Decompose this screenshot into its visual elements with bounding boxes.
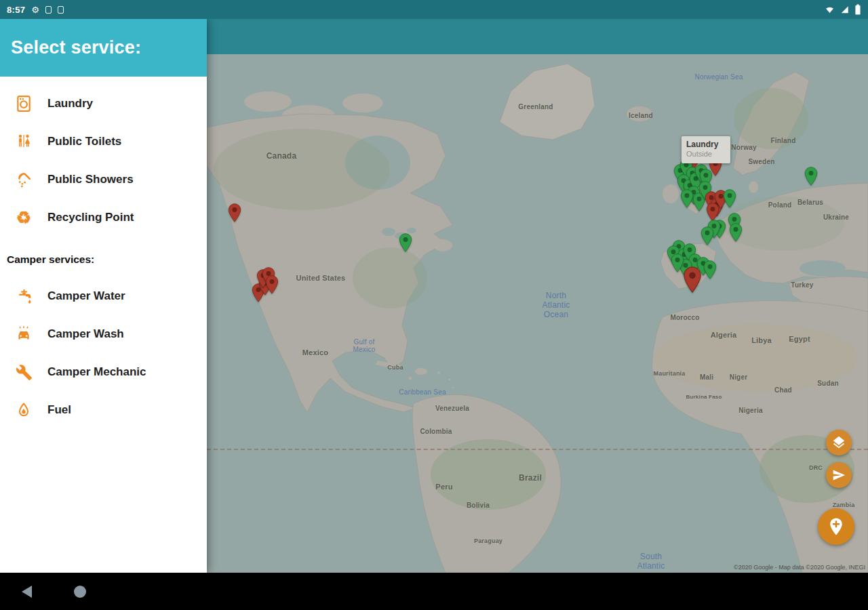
- sidebar-item-public-showers[interactable]: Public Showers: [0, 161, 207, 199]
- sidebar-item-laundry[interactable]: Laundry: [0, 85, 207, 123]
- map-marker-red[interactable]: [228, 203, 241, 222]
- info-window-subtitle: Outside: [686, 150, 726, 159]
- map-copyright: ©2020 Google - Map data ©2020 Google, IN…: [734, 564, 865, 571]
- camper-services-section-label: Camper services:: [0, 242, 207, 277]
- add-location-icon: [826, 516, 846, 537]
- sidebar-item-recycling-point[interactable]: ♻ Recycling Point: [0, 199, 207, 237]
- back-button[interactable]: [22, 586, 32, 598]
- map-marker-green[interactable]: [701, 226, 714, 245]
- map-marker-green[interactable]: [703, 260, 717, 279]
- info-window-title: Laundry: [686, 140, 726, 150]
- map-marker-green[interactable]: [671, 253, 684, 272]
- sidebar-item-label: Camper Mechanic: [47, 365, 146, 379]
- map-markers-layer: [207, 54, 868, 573]
- my-location-button[interactable]: [826, 462, 852, 488]
- sidebar-item-public-toilets[interactable]: Public Toilets: [0, 123, 207, 161]
- system-nav-bar: [0, 573, 868, 610]
- sidebar-item-fuel[interactable]: Fuel: [0, 391, 207, 429]
- sidebar-item-label: Camper Wash: [47, 327, 124, 341]
- sidebar-item-label: Laundry: [47, 97, 93, 110]
- status-time: 8:57: [7, 5, 25, 15]
- map-marker-red[interactable]: [683, 266, 702, 293]
- recycle-icon: ♻: [14, 207, 34, 228]
- mechanic-icon: [14, 362, 34, 382]
- map-marker-red[interactable]: [265, 275, 279, 294]
- map-marker-green[interactable]: [729, 223, 743, 242]
- marker-info-window[interactable]: Laundry Outside: [682, 136, 730, 163]
- map-marker-green[interactable]: [804, 167, 818, 186]
- water-tap-icon: [14, 286, 34, 306]
- sidebar-item-label: Public Showers: [47, 173, 134, 186]
- fuel-icon: [14, 400, 34, 420]
- notification-icon: [45, 6, 52, 14]
- notification-icon: [58, 6, 64, 14]
- sidebar-item-camper-mechanic[interactable]: Camper Mechanic: [0, 353, 207, 391]
- map-canvas[interactable]: Norwegian SeaNorth Atlantic OceanGulf of…: [207, 54, 868, 573]
- map-marker-green[interactable]: [399, 233, 412, 252]
- app-screen: 8:57 ⚙: [0, 0, 868, 610]
- navigation-drawer: Select service: Laundry: [0, 19, 207, 573]
- shower-icon: [14, 169, 34, 190]
- laundry-icon: [14, 94, 34, 114]
- navigation-arrow-icon: [832, 468, 846, 482]
- home-button[interactable]: [74, 586, 86, 598]
- drawer-list: Laundry Public Toile: [0, 77, 207, 429]
- sidebar-item-label: Recycling Point: [47, 211, 134, 224]
- sidebar-item-camper-wash[interactable]: Camper Wash: [0, 315, 207, 353]
- map-marker-green[interactable]: [723, 189, 736, 208]
- drawer-header: Select service:: [0, 19, 207, 77]
- map-marker-green[interactable]: [680, 189, 694, 208]
- sidebar-item-label: Fuel: [47, 403, 71, 417]
- sidebar-item-camper-water[interactable]: Camper Water: [0, 277, 207, 315]
- map-marker-red[interactable]: [706, 203, 719, 222]
- sidebar-item-label: Camper Water: [47, 289, 125, 303]
- status-right: [825, 4, 861, 15]
- status-left: 8:57 ⚙: [7, 5, 64, 15]
- map-layers-button[interactable]: [826, 430, 852, 455]
- cellular-signal-icon: [840, 5, 850, 14]
- add-place-button[interactable]: [818, 508, 854, 545]
- wifi-icon: [825, 5, 835, 14]
- layers-icon: [831, 435, 846, 450]
- drawer-title: Select service:: [11, 37, 141, 58]
- gear-icon: ⚙: [31, 5, 39, 14]
- status-bar: 8:57 ⚙: [0, 0, 868, 19]
- camper-wash-icon: [14, 324, 34, 344]
- toilets-icon: [14, 131, 34, 152]
- battery-icon: [854, 4, 861, 15]
- sidebar-item-label: Public Toilets: [47, 135, 121, 148]
